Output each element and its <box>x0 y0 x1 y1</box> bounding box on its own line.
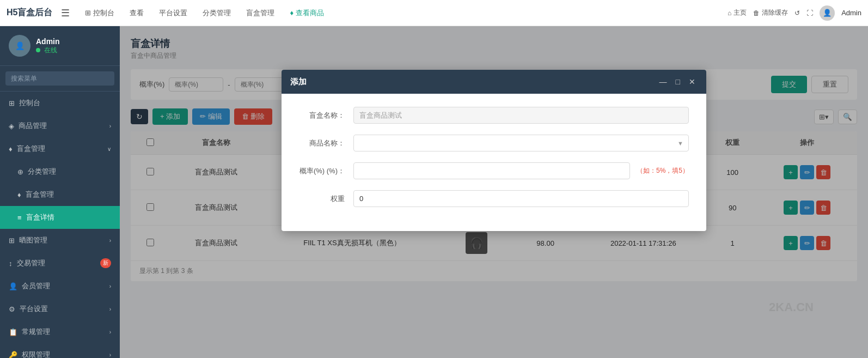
nav-fullscreen[interactable]: ⛶ <box>806 9 813 17</box>
platform-icon: ⚙ <box>9 305 15 313</box>
modal-body: 盲盒名称： 商品名称： ▼ <box>282 94 706 231</box>
app: H5盲盒后台 ☰ ⊞ 控制台 查看 平台设置 分类管理 盲盒管理 ♦ 查看商品 <box>0 0 868 358</box>
chevron-right-icon4: › <box>109 306 111 312</box>
sidebar-username: Admin <box>36 37 60 46</box>
chevron-down-icon: ∨ <box>107 146 111 152</box>
product-select-wrapper: ▼ <box>353 135 689 151</box>
home-icon: ⌂ <box>728 9 731 17</box>
sidebar-item-rules[interactable]: 📋 常规管理 › <box>0 320 120 343</box>
sidebar-item-label: 商品管理 <box>19 121 47 131</box>
search-input[interactable] <box>5 71 114 86</box>
sidebar-item-label: 常规管理 <box>22 327 50 337</box>
nav-item-category[interactable]: 分类管理 <box>196 4 237 22</box>
form-row-weight: 权重 <box>299 190 689 207</box>
sidebar-item-dashboard[interactable]: ⊞ 控制台 <box>0 92 120 114</box>
sidebar-item-picture[interactable]: ⊞ 晒图管理 › <box>0 229 120 252</box>
modal-minimize-button[interactable]: — <box>657 76 669 87</box>
diamond-icon: ♦ <box>290 9 294 17</box>
nav-item-platform[interactable]: 平台设置 <box>152 4 194 22</box>
chevron-right-icon: › <box>109 123 111 129</box>
modal-maximize-button[interactable]: □ <box>674 76 682 87</box>
sidebar-item-trade[interactable]: ↕ 交易管理 新 <box>0 252 120 275</box>
form-row-boxname: 盲盒名称： <box>299 107 689 124</box>
rate-input[interactable] <box>353 162 630 179</box>
picture-icon: ⊞ <box>9 236 15 245</box>
top-nav: H5盲盒后台 ☰ ⊞ 控制台 查看 平台设置 分类管理 盲盒管理 ♦ 查看商品 <box>0 0 868 26</box>
main-area: 👤 Admin 在线 ⊞ 控制台 ◈ 商 <box>0 26 868 358</box>
fullscreen-icon: ⛶ <box>806 9 813 17</box>
dashboard-icon: ⊞ <box>85 9 91 17</box>
nav-item-label: 平台设置 <box>159 8 187 18</box>
nav-item-label: 查看商品 <box>296 8 324 18</box>
admin-name: Admin <box>841 9 861 17</box>
nav-item-dashboard[interactable]: ⊞ 控制台 <box>78 4 121 22</box>
app-logo: H5盲盒后台 <box>7 7 52 19</box>
sidebar-item-category[interactable]: ⊕ 分类管理 <box>0 160 120 183</box>
add-modal: 添加 — □ ✕ 盲盒名称： 商品名称： <box>282 70 706 231</box>
nav-items: ⊞ 控制台 查看 平台设置 分类管理 盲盒管理 ♦ 查看商品 <box>78 4 727 22</box>
sidebar-item-label: 盲盒管理 <box>26 190 54 199</box>
chevron-right-icon2: › <box>109 238 111 244</box>
nav-item-boxview[interactable]: ♦ 查看商品 <box>283 4 331 22</box>
sidebar-item-blinddetail[interactable]: ≡ 盲盒详情 <box>0 206 120 229</box>
nav-item-box[interactable]: 盲盒管理 <box>240 4 281 22</box>
nav-clear-cache[interactable]: 🗑 清除缓存 <box>753 8 788 17</box>
modal-overlay: 添加 — □ ✕ 盲盒名称： 商品名称： <box>120 26 868 358</box>
trash-icon: 🗑 <box>753 9 760 17</box>
form-row-productname: 商品名称： ▼ <box>299 135 689 151</box>
weight-label: 权重 <box>299 194 353 204</box>
nav-refresh[interactable]: ↺ <box>794 9 800 17</box>
modal-close-button[interactable]: ✕ <box>687 76 698 87</box>
sidebar-header: 👤 Admin 在线 <box>0 26 120 66</box>
chevron-right-icon5: › <box>109 329 111 335</box>
main-content: 盲盒详情 盲盒中商品管理 概率(%) - 更新时间 提交 重置 ↻ + 添加 <box>120 26 868 358</box>
nav-item-label: 盲盒管理 <box>246 8 274 18</box>
sidebar-item-goods[interactable]: ◈ 商品管理 › <box>0 114 120 137</box>
box-name-label: 盲盒名称： <box>299 111 353 120</box>
refresh-icon: ↺ <box>794 9 800 17</box>
sidebar-item-label: 晒图管理 <box>19 235 47 245</box>
nav-item-label: 分类管理 <box>203 8 231 18</box>
sidebar-item-label: 控制台 <box>19 98 40 108</box>
nav-right: ⌂ 主页 🗑 清除缓存 ↺ ⛶ 👤 Admin <box>728 5 861 21</box>
sidebar-search-container <box>0 66 120 92</box>
modal-controls: — □ ✕ <box>657 76 698 87</box>
chevron-right-icon6: › <box>109 352 111 358</box>
box2-icon: ♦ <box>17 191 21 199</box>
sidebar-avatar: 👤 <box>9 35 30 57</box>
nav-item-view[interactable]: 查看 <box>123 4 150 22</box>
nav-home[interactable]: ⌂ 主页 <box>728 8 747 17</box>
sidebar: 👤 Admin 在线 ⊞ 控制台 ◈ 商 <box>0 26 120 358</box>
sidebar-menu: ⊞ 控制台 ◈ 商品管理 › ♦ 盲盒管理 ∨ ⊕ 分类管理 <box>0 92 120 358</box>
modal-header: 添加 — □ ✕ <box>282 70 706 94</box>
box-name-input[interactable] <box>353 107 689 124</box>
sidebar-item-label: 盲盒管理 <box>17 144 45 154</box>
detail-icon: ≡ <box>17 214 22 222</box>
modal-title: 添加 <box>290 77 307 87</box>
member-icon: 👤 <box>9 282 17 290</box>
goods-icon: ◈ <box>9 122 14 130</box>
product-select[interactable] <box>353 135 689 151</box>
sidebar-item-label: 平台设置 <box>20 304 48 314</box>
form-row-rate: 概率(%) (%)： （如：5%，填5） <box>299 162 689 179</box>
rate-input-label: 概率(%) (%)： <box>299 166 353 176</box>
sidebar-item-label: 盲盒详情 <box>26 213 54 222</box>
menu-toggle-icon[interactable]: ☰ <box>61 7 70 19</box>
nav-item-label: 查看 <box>130 8 144 18</box>
sidebar-item-member[interactable]: 👤 会员管理 › <box>0 275 120 298</box>
grid-icon: ⊞ <box>9 99 15 107</box>
new-badge: 新 <box>100 258 111 268</box>
weight-input[interactable] <box>353 190 689 207</box>
box-icon: ♦ <box>9 145 13 153</box>
sidebar-item-blindbox[interactable]: ♦ 盲盒管理 ∨ <box>0 137 120 160</box>
trade-icon: ↕ <box>9 259 13 268</box>
permission-icon: 🔑 <box>9 351 17 359</box>
sidebar-item-blindbox2[interactable]: ♦ 盲盒管理 <box>0 183 120 206</box>
sidebar-item-label: 分类管理 <box>28 167 56 177</box>
sidebar-item-label: 会员管理 <box>22 281 50 291</box>
sidebar-item-platform[interactable]: ⚙ 平台设置 › <box>0 298 120 320</box>
product-name-label: 商品名称： <box>299 138 353 148</box>
sidebar-user-info: Admin 在线 <box>36 37 60 55</box>
sidebar-item-label: 权限管理 <box>22 350 50 358</box>
sidebar-item-permission[interactable]: 🔑 权限管理 › <box>0 343 120 358</box>
